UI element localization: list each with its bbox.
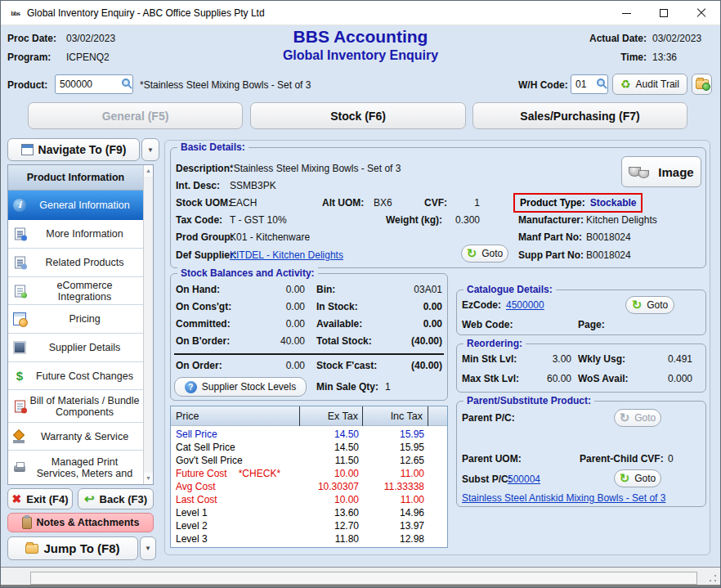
image-button-label: Image	[658, 165, 693, 179]
price-ex-tax: 14.50	[293, 441, 359, 454]
jump-to-dropdown[interactable]: ▼	[140, 536, 156, 560]
navigation-list: Product Information i General Informatio…	[7, 164, 154, 485]
wh-search-icon[interactable]	[597, 79, 605, 87]
subst-description-link[interactable]: Stainless Steel Antiskid Mixing Bowls - …	[462, 491, 665, 505]
subst-pc-label: Subst P/C:	[462, 473, 512, 486]
price-inc-tax: 13.97	[359, 519, 424, 532]
price-inc-tax: 14.96	[359, 506, 424, 519]
on-border-value: 40.00	[220, 334, 305, 348]
basic-details-section: Basic Details: Description: *Stainless S…	[170, 147, 706, 268]
sidebar-item-label: Related Products	[46, 257, 124, 268]
scroll-up-icon[interactable]: ▲	[144, 165, 153, 177]
audit-trail-button[interactable]: ♻ Audit Trail	[612, 74, 687, 95]
weight-label: Weight (kg):	[386, 213, 442, 227]
sidebar-item-future-cost-changes[interactable]: $ Future Cost Changes	[8, 362, 143, 390]
goto-arrow-icon: ↻	[620, 412, 630, 424]
exit-button[interactable]: ✖ Exit (F4)	[7, 488, 73, 509]
price-ex-tax: 13.60	[293, 506, 359, 519]
def-supplier-link[interactable]: KITDEL - Kitchen Delights	[230, 249, 343, 262]
globe-document-icon	[15, 285, 25, 297]
notes-attachments-button[interactable]: Notes & Attachments	[7, 513, 154, 532]
price-ex-tax: 14.50	[293, 428, 359, 441]
help-icon: ?	[185, 381, 197, 393]
wkly-usg-label: Wkly Usg:	[578, 352, 625, 366]
catalogue-details-section: Catalogue Details: EzCode: 4500000 ↻ Got…	[456, 290, 706, 335]
tab-general[interactable]: General (F5)	[28, 102, 243, 129]
price-inc-tax: 12.65	[359, 454, 424, 467]
tab-sales-purchasing[interactable]: Sales/Purchasing (F7)	[472, 102, 687, 129]
recycle-icon: ♻	[620, 79, 631, 90]
navigate-to-button[interactable]: Navigate To (F9)	[7, 138, 140, 161]
nav-scrollbar[interactable]: ▲ ▼	[143, 165, 153, 484]
main-panel: Basic Details: Description: *Stainless S…	[164, 140, 710, 555]
image-button[interactable]: Image	[621, 156, 701, 187]
maximize-button[interactable]	[645, 1, 683, 25]
sidebar-item-label: Pricing	[69, 313, 100, 325]
actual-date-value: 03/02/2023	[652, 32, 701, 45]
int-desc-value: SSMB3PK	[230, 179, 276, 192]
program-value: ICPENQ2	[66, 51, 110, 64]
manufacturer-label: Manufacturer:	[518, 213, 584, 227]
back-button[interactable]: ↩ Back (F3)	[78, 488, 154, 509]
bin-label: Bin:	[316, 283, 335, 296]
supplier-stock-levels-button[interactable]: ? Supplier Stock Levels	[174, 377, 307, 397]
jump-to-button[interactable]: Jump To (F8)	[7, 536, 138, 560]
sidebar-item-ecommerce-integrations[interactable]: eCommerce Integrations	[8, 277, 143, 305]
on-hand-value: 0.00	[220, 283, 305, 296]
available-value: 0.00	[374, 317, 442, 330]
scroll-down-icon[interactable]: ▼	[144, 473, 153, 484]
exit-label: Exit (F4)	[26, 493, 68, 505]
product-search-icon[interactable]	[122, 79, 130, 87]
int-desc-label: Int. Desc:	[176, 179, 220, 192]
exit-x-icon: ✖	[11, 493, 21, 505]
subst-goto-button[interactable]: ↻ Goto	[614, 469, 661, 487]
bin-value: 03A01	[374, 283, 442, 296]
navigate-form-icon	[21, 144, 34, 155]
stock-balances-legend: Stock Balances and Activity:	[177, 267, 318, 280]
price-row-label: Gov't Sell Price	[176, 454, 243, 467]
supp-part-value: B0018024	[586, 249, 631, 262]
sidebar-item-label: Supplier Details	[49, 342, 121, 353]
close-button[interactable]	[683, 1, 720, 25]
supplier-card-icon	[13, 341, 26, 354]
col-header-ex-tax: Ex Tax	[299, 410, 358, 423]
ezcode-link[interactable]: 4500000	[506, 298, 544, 312]
in-stock-label: In Stock:	[316, 300, 358, 313]
sidebar-item-pricing[interactable]: Pricing	[8, 305, 143, 334]
divider	[174, 353, 444, 355]
wos-avail-value: 0.000	[634, 372, 692, 385]
status-bar	[1, 567, 720, 586]
sidebar-item-managed-print-services[interactable]: Managed Print Services, Meters and	[8, 451, 143, 485]
price-row-label: Future Cost*CHECK*	[176, 467, 280, 480]
info-icon: i	[13, 199, 26, 212]
wkly-usg-value: 0.491	[634, 352, 692, 366]
tab-stock[interactable]: Stock (F6)	[250, 102, 466, 129]
product-label: Product:	[7, 79, 47, 92]
supplier-goto-button[interactable]: ↻ Goto	[461, 245, 508, 263]
parent-uom-label: Parent UOM:	[462, 452, 522, 465]
min-stk-value: 3.00	[506, 352, 571, 366]
sidebar-item-related-products[interactable]: Related Products	[8, 249, 143, 277]
program-label: Program:	[7, 51, 51, 64]
folder-plus-icon	[696, 79, 709, 89]
related-list-icon	[15, 257, 25, 269]
add-folder-button[interactable]	[692, 74, 712, 95]
sidebar-item-supplier-details[interactable]: Supplier Details	[8, 334, 143, 362]
col-header-inc-tax: Inc Tax	[363, 410, 423, 423]
subst-pc-link[interactable]: 500004	[508, 473, 540, 486]
sidebar-item-general-information[interactable]: i General Information	[8, 191, 143, 220]
stock-balances-section: Stock Balances and Activity: On Hand: 0.…	[170, 273, 448, 401]
prod-group-label: Prod Group:	[176, 231, 234, 244]
min-sale-qty-value: 1	[385, 380, 391, 393]
sidebar-item-more-information[interactable]: More Information	[8, 220, 143, 249]
ezcode-goto-button[interactable]: ↻ Goto	[625, 296, 674, 314]
tax-code-value: T - GST 10%	[230, 213, 287, 227]
on-order-label: On Order:	[176, 359, 222, 372]
sidebar-item-warranty-service[interactable]: Warranty & Service	[8, 423, 143, 451]
sidebar-item-bill-of-materials[interactable]: Bill of Materials / Bundle Components	[8, 390, 143, 423]
price-table: Price Ex Tax Inc Tax Sell Price 14.50 15…	[170, 406, 448, 548]
resize-grip[interactable]	[709, 574, 717, 582]
minimize-button[interactable]	[607, 1, 645, 25]
stock-fcast-label: Stock F'cast:	[316, 359, 377, 372]
navigate-to-dropdown[interactable]: ▼	[141, 138, 159, 161]
